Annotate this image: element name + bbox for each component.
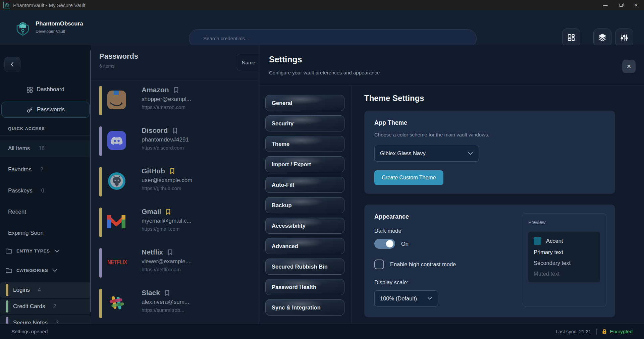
sidebar-group-categories[interactable]: CATEGORIES <box>0 266 91 274</box>
password-item-discord[interactable]: Discord phantomdev#4291 https://discord.… <box>99 126 251 157</box>
grid-icon <box>26 87 33 93</box>
chevron-down-icon <box>52 269 58 272</box>
quick-access-label: All Items <box>8 145 30 152</box>
category-count: 4 <box>38 287 41 293</box>
sidebar: Dashboard Passwords QUICK ACCESS All Ite… <box>0 45 91 324</box>
quick-access-label: Passkeys <box>8 187 33 194</box>
filters-sliders-button[interactable] <box>615 29 633 47</box>
list-title: Passwords <box>91 45 259 61</box>
sidebar-quick-access-item[interactable]: Favorites 2 <box>0 161 91 178</box>
sidebar-group-entry-types[interactable]: ENTRY TYPES <box>0 247 91 255</box>
bookmark-icon-favorite[interactable] <box>170 168 175 174</box>
primary-text-sample: Primary text <box>534 249 595 256</box>
settings-nav-button[interactable]: Security <box>265 115 344 131</box>
item-name: Amazon <box>142 86 169 94</box>
item-name: Netflix <box>142 248 163 256</box>
theme-select[interactable]: Giblex Glass Navy <box>374 145 479 162</box>
item-name: GitHub <box>142 167 165 175</box>
settings-nav-button[interactable]: Auto-Fill <box>265 177 344 193</box>
close-settings-button[interactable]: ✕ <box>622 60 636 73</box>
layers-button[interactable] <box>593 29 611 47</box>
sidebar-item-dashboard[interactable]: Dashboard <box>0 81 91 98</box>
sidebar-quick-access-item[interactable]: All Items 16 <box>0 140 91 157</box>
quick-access-heading: QUICK ACCESS <box>8 126 91 131</box>
app-subtitle: Developer Vault <box>36 29 83 34</box>
password-item-gmail[interactable]: Gmail myemail@gmail.c... https://gmail.c… <box>99 208 251 238</box>
bookmark-icon[interactable] <box>172 127 177 134</box>
high-contrast-checkbox[interactable] <box>374 260 384 269</box>
search-input[interactable] <box>189 30 476 47</box>
category-color-bar <box>6 284 8 296</box>
settings-nav-button[interactable]: Accessibility <box>265 218 344 234</box>
sidebar-category-item[interactable]: Secure Notes 3 <box>0 315 91 324</box>
sidebar-quick-access-item[interactable]: Passkeys 0 <box>0 182 91 199</box>
minimize-button[interactable]: — <box>598 0 613 10</box>
bookmark-icon[interactable] <box>174 87 179 93</box>
quick-access-count: 2 <box>40 167 43 173</box>
bookmark-icon-favorite[interactable] <box>166 209 171 215</box>
settings-nav-button[interactable]: Secured Rubbish Bin <box>265 259 344 275</box>
app-theme-description: Choose a color scheme for the main vault… <box>374 132 605 137</box>
group-label: CATEGORIES <box>16 268 48 273</box>
app-header: PhantomObscura Developer Vault <box>0 10 644 45</box>
settings-nav-button[interactable]: Import / Export <box>265 156 344 172</box>
sidebar-item-passwords[interactable]: Passwords <box>1 102 90 118</box>
close-window-button[interactable]: ✕ <box>629 0 644 10</box>
item-name: Slack <box>142 289 160 297</box>
secondary-text-sample: Secondary text <box>534 260 595 266</box>
sidebar-category-item[interactable]: Logins 4 <box>0 282 91 298</box>
key-icon <box>26 106 33 113</box>
sidebar-quick-access-item[interactable]: Expiring Soon <box>0 225 91 241</box>
divider <box>596 329 597 335</box>
bookmark-icon[interactable] <box>165 290 170 296</box>
settings-nav-button[interactable]: Password Health <box>265 279 344 295</box>
chevron-down-icon <box>468 152 473 155</box>
item-color-bar <box>99 208 102 237</box>
settings-nav-button[interactable]: Backup <box>265 197 344 213</box>
amazon-icon <box>107 91 126 109</box>
item-username: phantomdev#4291 <box>142 136 189 143</box>
item-name: Discord <box>142 126 168 134</box>
password-item-amazon[interactable]: Amazon shopper@exampl... https://amazon.… <box>99 86 251 116</box>
quick-access-label: Expiring Soon <box>8 230 44 236</box>
statusbar: Settings opened Last sync: 21:21 Encrypt… <box>0 324 644 339</box>
github-icon <box>107 172 126 190</box>
high-contrast-label: Enable high contrast mode <box>390 261 456 268</box>
settings-content: Theme Settings App Theme Choose a color … <box>352 86 644 324</box>
quick-access-list: All Items 16 Favorites 2 Passkeys 0 Rece… <box>0 135 91 241</box>
password-item-netflix[interactable]: NETFLIX Netflix viewer@example.... https… <box>99 248 251 278</box>
quick-access-count: 0 <box>41 188 44 194</box>
collapse-sidebar-button[interactable] <box>4 57 20 72</box>
category-label: Secure Notes <box>13 320 48 324</box>
bookmark-icon[interactable] <box>168 249 173 256</box>
settings-nav: General Security Theme Import / Export A… <box>259 86 352 324</box>
group-label: ENTRY TYPES <box>16 248 50 253</box>
settings-nav-button[interactable]: Sync & Integration <box>265 299 344 316</box>
sidebar-category-item[interactable]: Credit Cards 2 <box>0 299 91 314</box>
category-label: Credit Cards <box>13 303 45 310</box>
settings-nav-button[interactable]: Advanced <box>265 238 344 254</box>
chevron-down-icon <box>54 249 60 253</box>
settings-nav-button[interactable]: Theme <box>265 136 344 152</box>
password-list-panel: Passwords 6 items Name Amazon shopper@ex… <box>91 45 259 324</box>
item-url: https://summitrob... <box>142 307 189 313</box>
create-custom-theme-button[interactable]: Create Custom Theme <box>374 170 443 185</box>
settings-nav-button[interactable]: General <box>265 95 344 111</box>
display-scale-select[interactable]: 100% (Default) <box>374 290 438 306</box>
password-item-github[interactable]: GitHub user@example.com https://github.c… <box>99 167 251 197</box>
category-count: 3 <box>56 320 59 324</box>
password-item-slack[interactable]: Slack alex.rivera@sum... https://summitr… <box>99 289 251 319</box>
brand: PhantomObscura Developer Vault <box>15 18 83 36</box>
password-list-header: Passwords 6 items Name <box>91 45 259 80</box>
dark-mode-toggle[interactable] <box>374 239 395 249</box>
folder-icon <box>5 268 12 273</box>
appearance-card: Appearance Dark mode On Enable high cont… <box>364 205 615 317</box>
item-username: alex.rivera@sum... <box>142 299 189 305</box>
folder-icon <box>5 248 12 254</box>
maximize-button[interactable] <box>613 0 629 10</box>
app-window: PhantomVault - My Secure Vault — ✕ Phant… <box>0 0 644 339</box>
sidebar-quick-access-item[interactable]: Recent <box>0 204 91 220</box>
lock-icon <box>602 329 607 334</box>
item-username: myemail@gmail.c... <box>142 218 192 224</box>
dashboard-grid-button[interactable] <box>562 29 580 47</box>
